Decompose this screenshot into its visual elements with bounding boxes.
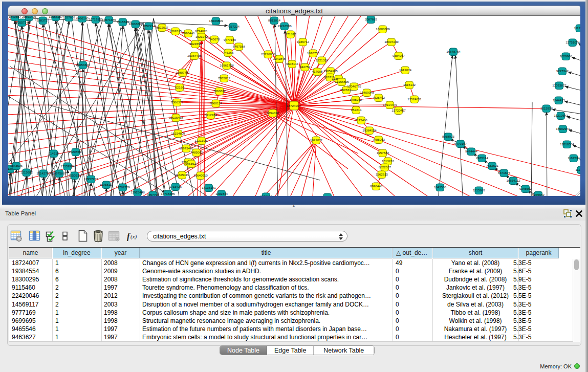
svg-text:12923448: 12923448 <box>130 190 145 194</box>
svg-text:1215682: 1215682 <box>473 188 486 192</box>
svg-text:15692971: 15692971 <box>556 127 570 130</box>
svg-text:12213967: 12213967 <box>194 139 209 142</box>
svg-text:1117532: 1117532 <box>574 26 580 30</box>
svg-text:8822037: 8822037 <box>379 165 391 169</box>
svg-text:1936712: 1936712 <box>297 40 310 43</box>
svg-text:20691406: 20691406 <box>22 16 36 18</box>
svg-text:345678: 345678 <box>209 37 220 41</box>
svg-text:2242848: 2242848 <box>273 57 286 60</box>
svg-text:114519: 114519 <box>49 151 59 155</box>
svg-text:9384067: 9384067 <box>393 54 405 57</box>
svg-text:9227342: 9227342 <box>556 69 569 73</box>
svg-text:17957273: 17957273 <box>84 177 98 181</box>
svg-text:10973493: 10973493 <box>179 146 193 150</box>
svg-text:1621072: 1621072 <box>195 35 208 38</box>
svg-text:9245652: 9245652 <box>519 187 532 190</box>
svg-text:1840557: 1840557 <box>9 16 21 18</box>
svg-text:10958117: 10958117 <box>99 183 114 186</box>
svg-text:2087682: 2087682 <box>365 17 378 21</box>
svg-text:17359924: 17359924 <box>60 164 75 168</box>
svg-text:14136141: 14136141 <box>202 186 216 189</box>
svg-text:1313263: 1313263 <box>382 159 395 163</box>
svg-text:15720407: 15720407 <box>391 108 406 112</box>
svg-text:11325419: 11325419 <box>175 173 189 177</box>
svg-text:1221338: 1221338 <box>316 58 329 62</box>
svg-text:1362615: 1362615 <box>169 29 182 33</box>
svg-text:1843506: 1843506 <box>434 185 447 189</box>
svg-text:19054985: 19054985 <box>323 69 338 73</box>
svg-text:16154808: 16154808 <box>171 132 185 135</box>
svg-text:271817: 271817 <box>286 32 296 36</box>
svg-text:1883731: 1883731 <box>37 18 50 22</box>
svg-text:1527602: 1527602 <box>63 16 76 19</box>
svg-text:16640910: 16640910 <box>193 173 208 177</box>
svg-text:13716485: 13716485 <box>161 192 175 195</box>
svg-text:16210643: 16210643 <box>554 114 568 117</box>
svg-text:417008: 417008 <box>312 70 323 73</box>
svg-text:19218506: 19218506 <box>277 24 292 28</box>
svg-text:252214: 252214 <box>351 108 362 112</box>
svg-text:1843506: 1843506 <box>10 164 23 167</box>
svg-text:3624554: 3624554 <box>189 42 202 46</box>
svg-text:7357214: 7357214 <box>143 24 156 28</box>
svg-text:1362615: 1362615 <box>376 172 388 176</box>
svg-text:8938923: 8938923 <box>442 135 455 138</box>
svg-text:16033809: 16033809 <box>209 19 223 23</box>
svg-text:9777169: 9777169 <box>224 38 236 41</box>
svg-text:9115460: 9115460 <box>355 118 367 122</box>
svg-text:9245652: 9245652 <box>532 193 545 196</box>
svg-text:8813014: 8813014 <box>268 18 281 22</box>
svg-text:12093822: 12093822 <box>552 83 567 87</box>
svg-text:7386372: 7386372 <box>171 100 184 104</box>
svg-text:1615132: 1615132 <box>403 83 416 86</box>
svg-text:23226058: 23226058 <box>261 52 275 56</box>
svg-text:7955812: 7955812 <box>218 76 231 80</box>
svg-text:10025458: 10025458 <box>169 116 183 119</box>
svg-text:1117532: 1117532 <box>575 168 580 171</box>
svg-text:20364436: 20364436 <box>187 54 202 57</box>
svg-text:942752: 942752 <box>300 65 311 69</box>
svg-text:12142757: 12142757 <box>36 171 51 175</box>
svg-text:7515526: 7515526 <box>117 20 129 24</box>
svg-text:7632621: 7632621 <box>486 164 499 167</box>
svg-text:14914479: 14914479 <box>383 103 397 106</box>
svg-text:9329966: 9329966 <box>560 54 573 58</box>
svg-text:7663822: 7663822 <box>213 89 226 93</box>
svg-text:17016504: 17016504 <box>560 142 574 146</box>
svg-text:15751074: 15751074 <box>565 40 580 44</box>
svg-text:16782759: 16782759 <box>116 185 130 189</box>
svg-text:18907249: 18907249 <box>384 40 399 43</box>
svg-text:6794028: 6794028 <box>195 29 208 33</box>
svg-text:9603144: 9603144 <box>286 62 299 65</box>
svg-text:10719155: 10719155 <box>89 17 103 21</box>
svg-text:16961758: 16961758 <box>220 63 234 67</box>
svg-text:10671355: 10671355 <box>102 18 116 21</box>
svg-text:3498242: 3498242 <box>350 98 362 101</box>
svg-text:8471676: 8471676 <box>498 171 511 174</box>
svg-text:1673110: 1673110 <box>260 194 272 196</box>
svg-text:6497568: 6497568 <box>233 45 246 48</box>
svg-text:3912954: 3912954 <box>321 195 334 196</box>
svg-text:13524851: 13524851 <box>407 97 422 101</box>
svg-text:19166825: 19166825 <box>335 80 349 83</box>
svg-text:7625402: 7625402 <box>373 96 385 99</box>
svg-text:1244415: 1244415 <box>553 98 565 102</box>
svg-text:6466160: 6466160 <box>76 16 89 20</box>
svg-text:10688609: 10688609 <box>376 27 390 31</box>
svg-text:6794028: 6794028 <box>267 111 279 115</box>
svg-text:15409948: 15409948 <box>360 91 374 94</box>
svg-text:3912954: 3912954 <box>205 113 217 117</box>
svg-text:8822037: 8822037 <box>156 26 169 29</box>
svg-text:10654112: 10654112 <box>506 179 520 182</box>
svg-text:1610755: 1610755 <box>307 51 320 55</box>
svg-text:8990448: 8990448 <box>182 31 195 35</box>
svg-text:1621072: 1621072 <box>310 138 323 142</box>
svg-text:1250513: 1250513 <box>69 173 81 177</box>
svg-text:(x): (x) <box>130 233 137 240</box>
svg-text:6479197: 6479197 <box>454 142 467 145</box>
svg-text:8960124: 8960124 <box>210 101 223 105</box>
svg-text:9463627: 9463627 <box>185 162 198 165</box>
svg-text:8990448: 8990448 <box>370 184 383 188</box>
svg-text:7485063: 7485063 <box>190 150 203 154</box>
svg-text:16033809: 16033809 <box>128 22 143 26</box>
